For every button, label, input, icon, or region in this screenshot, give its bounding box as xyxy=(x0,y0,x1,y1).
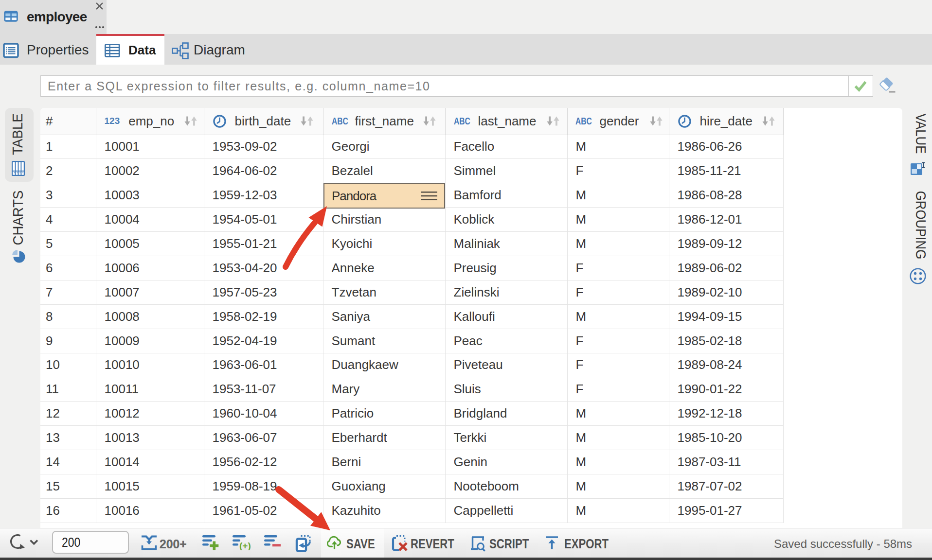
svg-text:(+): (+) xyxy=(239,541,251,550)
